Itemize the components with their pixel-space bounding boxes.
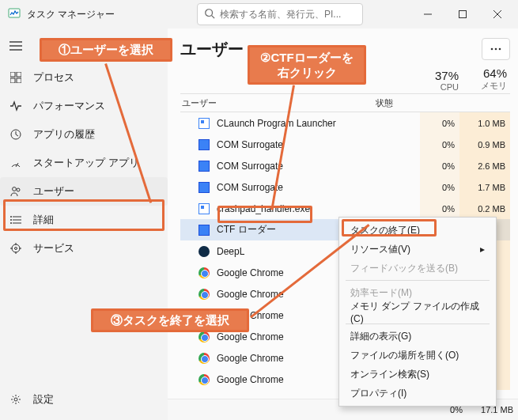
process-row[interactable]: COM Surrogate0%2.6 MB xyxy=(180,155,510,176)
name-header: ユーザー xyxy=(180,97,372,109)
annotation-3: ③タスクを終了を選択 xyxy=(91,308,249,332)
process-icon xyxy=(198,288,210,301)
process-row[interactable]: COM Surrogate0%1.7 MB xyxy=(180,176,510,198)
sidebar-item-label: 設定 xyxy=(33,392,54,407)
process-cpu: 0% xyxy=(420,112,459,134)
process-cpu: 0% xyxy=(420,134,459,155)
svg-point-24 xyxy=(12,244,20,252)
cpu-percent: 37% xyxy=(435,69,459,82)
app-title: タスク マネージャー xyxy=(27,8,115,21)
hamburger-button[interactable] xyxy=(0,32,32,60)
grid-icon xyxy=(9,71,22,84)
pulse-icon xyxy=(9,100,22,112)
process-icon xyxy=(198,138,210,151)
process-cpu: 0% xyxy=(420,155,459,176)
annotation-box-ctf xyxy=(217,206,312,223)
svg-point-31 xyxy=(491,48,493,51)
annotation-2: ②CTFローダーを 右クリック xyxy=(248,45,366,85)
more-button[interactable] xyxy=(482,38,510,60)
sidebar-item-services[interactable]: サービス xyxy=(0,234,168,263)
sidebar-item-label: ユーザー xyxy=(33,184,74,199)
process-icon xyxy=(198,224,210,236)
sidebar-item-label: パフォーマンス xyxy=(33,99,105,113)
sidebar-item-label: プロセス xyxy=(33,70,74,85)
sidebar-item-performance[interactable]: パフォーマンス xyxy=(0,92,168,120)
svg-rect-11 xyxy=(17,72,21,77)
svg-rect-4 xyxy=(459,11,467,18)
sidebar-item-label: スタートアップ アプリ xyxy=(33,156,139,170)
history-icon xyxy=(9,128,22,141)
annotation-1: ①ユーザーを選択 xyxy=(40,38,172,62)
menu-item[interactable]: リソース値(V)▸ xyxy=(341,240,494,259)
memory-column[interactable]: 64% メモリ xyxy=(481,66,507,92)
list-header[interactable]: ユーザー 状態 xyxy=(180,93,510,112)
process-mem: 2.6 MB xyxy=(459,155,510,176)
process-icon xyxy=(198,352,210,365)
sidebar-item-history[interactable]: アプリの履歴 xyxy=(0,120,168,149)
status-header: 状態 xyxy=(372,97,420,109)
maximize-button[interactable] xyxy=(445,2,480,26)
process-name: COM Surrogate xyxy=(217,139,420,150)
menu-item[interactable]: プロパティ(I) xyxy=(341,384,494,403)
process-icon xyxy=(198,245,210,258)
annotation-box-endtask xyxy=(342,219,437,236)
process-cpu: 0% xyxy=(420,176,459,198)
process-icon xyxy=(198,117,210,130)
process-cpu: 0% xyxy=(420,198,459,219)
minimize-button[interactable] xyxy=(410,2,445,26)
annotation-box-users xyxy=(3,199,164,231)
search-input[interactable] xyxy=(220,9,356,20)
gear-icon xyxy=(9,393,22,406)
process-row[interactable]: COM Surrogate0%0.9 MB xyxy=(180,134,510,155)
menu-item[interactable]: オンライン検索(S) xyxy=(341,365,494,384)
svg-point-32 xyxy=(495,48,497,51)
sidebar-item-settings[interactable]: 設定 xyxy=(0,385,168,414)
process-icon xyxy=(198,267,210,279)
sidebar-item-label: サービス xyxy=(33,241,74,255)
menu-item[interactable]: メモリ ダンプ ファイルの作成(C) xyxy=(341,302,494,321)
process-icon xyxy=(198,202,210,215)
context-menu: タスクの終了(E)リソース値(V)▸フィードバックを送る(B)効率モード(M)メ… xyxy=(338,217,497,407)
process-mem: 1.7 MB xyxy=(459,176,510,198)
svg-rect-10 xyxy=(10,72,15,77)
process-mem: 1.0 MB xyxy=(459,112,510,134)
process-name: COM Surrogate xyxy=(217,182,420,193)
window-controls xyxy=(410,2,515,26)
process-icon xyxy=(198,160,210,172)
process-icon xyxy=(198,373,210,386)
menu-separator xyxy=(346,280,490,281)
process-name: COM Surrogate xyxy=(217,161,420,172)
search-icon xyxy=(204,8,215,21)
chevron-right-icon: ▸ xyxy=(480,244,485,255)
cpu-label: CPU xyxy=(435,82,459,92)
svg-point-25 xyxy=(15,248,17,250)
cpu-column[interactable]: 37% CPU xyxy=(435,69,459,92)
sidebar-item-processes[interactable]: プロセス xyxy=(0,63,168,92)
svg-point-33 xyxy=(499,48,501,51)
memory-label: メモリ xyxy=(481,80,507,92)
svg-point-1 xyxy=(206,9,213,16)
sidebar-item-label: アプリの履歴 xyxy=(33,127,95,142)
process-mem: 0.2 MB xyxy=(459,198,510,219)
process-mem: 0.9 MB xyxy=(459,134,510,155)
svg-point-30 xyxy=(14,398,17,401)
app-icon xyxy=(8,7,21,22)
titlebar: タスク マネージャー xyxy=(0,0,518,28)
svg-point-17 xyxy=(17,188,20,191)
svg-rect-13 xyxy=(17,78,21,83)
memory-percent: 64% xyxy=(481,66,507,80)
search-box[interactable] xyxy=(197,3,363,25)
gauge-icon xyxy=(9,157,22,169)
menu-item: フィードバックを送る(B) xyxy=(341,259,494,278)
close-button[interactable] xyxy=(480,2,515,26)
process-row[interactable]: CLaunch Program Launcher0%1.0 MB xyxy=(180,112,510,134)
process-icon xyxy=(198,181,210,194)
page-title: ユーザー xyxy=(180,39,244,60)
svg-line-2 xyxy=(212,15,215,18)
process-name: CLaunch Program Launcher xyxy=(217,118,420,129)
menu-item[interactable]: 詳細の表示(G) xyxy=(341,327,494,346)
services-icon xyxy=(9,242,22,255)
svg-rect-12 xyxy=(10,78,15,83)
menu-item[interactable]: ファイルの場所を開く(O) xyxy=(341,346,494,365)
svg-point-16 xyxy=(13,187,17,191)
